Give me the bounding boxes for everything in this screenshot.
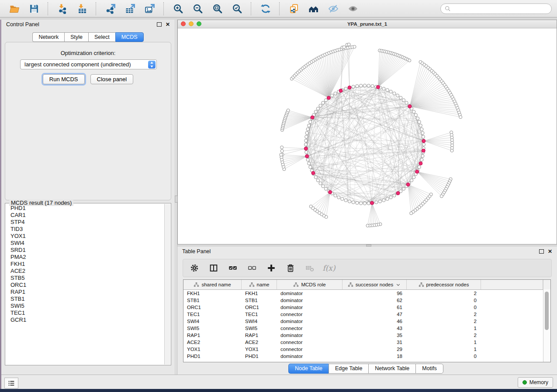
column-header-name[interactable]: name: [242, 280, 277, 289]
select-all-button[interactable]: [228, 263, 238, 273]
cell-successor-nodes: 35: [343, 333, 407, 338]
table-panel: Table Panel ✕ f(x) shared namenameMCDS r…: [177, 247, 557, 375]
table-row[interactable]: SWI5SWI5connector431: [183, 325, 550, 332]
table-scrollbar[interactable]: [543, 289, 550, 362]
window-maximize-button[interactable]: [197, 21, 201, 26]
import-table-icon: [77, 3, 87, 14]
tab-style[interactable]: Style: [64, 32, 88, 42]
import-network-button[interactable]: [56, 3, 68, 14]
import-table-button[interactable]: [76, 3, 88, 14]
hide-selected-button[interactable]: [327, 3, 339, 14]
task-history-button[interactable]: [4, 378, 18, 389]
mcds-result-item[interactable]: SRD1: [10, 247, 165, 254]
zoom-selected-button[interactable]: [231, 3, 243, 14]
float-table-panel-icon[interactable]: [539, 249, 544, 254]
network-canvas[interactable]: [178, 28, 557, 244]
table-row[interactable]: PHD1PHD1dominator180: [183, 353, 550, 360]
settings-gear-icon: [190, 263, 199, 273]
table-row[interactable]: ACE2ACE2connector311: [183, 339, 550, 346]
mcds-result-list[interactable]: PHD1CAR1STP4TID3YOX1SWI4SRD1PMA2FKH1ACE2…: [5, 205, 165, 364]
copy-network-button[interactable]: [288, 3, 300, 14]
tab-edge-table[interactable]: Edge Table: [329, 364, 368, 374]
export-table-button[interactable]: [124, 3, 136, 14]
memory-button[interactable]: Memory: [518, 377, 553, 388]
mcds-result-item[interactable]: SWI4: [10, 240, 165, 247]
export-network-button[interactable]: [104, 3, 116, 14]
run-mcds-button[interactable]: Run MCDS: [43, 74, 85, 84]
import-network-icon: [57, 3, 68, 14]
column-header-shared-name[interactable]: shared name: [183, 280, 242, 289]
mcds-result-item[interactable]: CAR1: [10, 212, 165, 219]
desktop-edge-bottom: [0, 389, 557, 392]
zoom-in-button[interactable]: [172, 3, 184, 14]
mcds-result-item[interactable]: FKH1: [10, 261, 165, 268]
search-input[interactable]: [451, 5, 551, 12]
table-row[interactable]: TEC1TEC1connector472: [183, 311, 550, 318]
column-header-predecessor-nodes[interactable]: predecessor nodes: [407, 280, 481, 289]
export-image-button[interactable]: [144, 3, 156, 14]
mcds-result-item[interactable]: PHD1: [10, 205, 165, 212]
table-row[interactable]: STB1STB1dominator620: [183, 297, 550, 304]
tab-mcds[interactable]: MCDS: [115, 32, 144, 42]
tab-network[interactable]: Network: [32, 32, 64, 42]
mcds-result-item[interactable]: PMA2: [10, 254, 165, 261]
mcds-result-item[interactable]: TEC1: [10, 309, 165, 316]
settings-gear-button[interactable]: [189, 263, 200, 273]
show-all-button[interactable]: [347, 3, 359, 14]
zoom-fit-icon: [212, 3, 223, 14]
float-panel-icon[interactable]: [157, 22, 162, 27]
table-row[interactable]: RAP1RAP1dominator352: [183, 332, 550, 339]
search-field[interactable]: [440, 3, 552, 14]
mcds-result-item[interactable]: ORC1: [10, 282, 165, 289]
cell-shared-name: ACE2: [183, 340, 242, 345]
refresh-layout-button[interactable]: [259, 3, 271, 14]
tab-select[interactable]: Select: [88, 32, 115, 42]
cell-mcds-role: dominator: [277, 291, 343, 296]
open-file-button[interactable]: [8, 3, 20, 14]
close-panel-icon[interactable]: ✕: [166, 22, 170, 27]
mcds-result-item[interactable]: ACE2: [10, 268, 165, 275]
tab-node-table[interactable]: Node Table: [288, 364, 329, 374]
column-header-successor-nodes[interactable]: successor nodes: [343, 280, 407, 289]
tab-motifs[interactable]: Motifs: [415, 364, 443, 374]
column-header-mcds-role[interactable]: MCDS role: [277, 280, 343, 289]
mcds-result-item[interactable]: SWI5: [10, 303, 165, 309]
column-layout-button[interactable]: [208, 263, 219, 273]
mcds-result-item[interactable]: STP4: [10, 219, 165, 226]
table-row[interactable]: YOX1YOX1connector291: [183, 346, 550, 353]
select-stepper-icon: [148, 61, 156, 69]
table-scrollbar-thumb[interactable]: [545, 292, 549, 330]
add-column-button[interactable]: [266, 263, 277, 273]
mcds-result-item[interactable]: TID3: [10, 226, 165, 233]
tab-network-table[interactable]: Network Table: [368, 364, 415, 374]
first-neighbors-button[interactable]: [308, 3, 319, 14]
save-session-button[interactable]: [28, 3, 40, 14]
window-close-button[interactable]: [181, 21, 186, 26]
table-row[interactable]: FKH1FKH1dominator962: [183, 290, 550, 297]
close-table-panel-icon[interactable]: ✕: [548, 249, 552, 254]
cell-predecessor-nodes: 1: [407, 340, 481, 345]
cell-mcds-role: dominator: [277, 298, 343, 303]
cell-name: STB1: [242, 298, 277, 303]
cell-mcds-role: dominator: [277, 333, 343, 338]
table-row[interactable]: SWI4SWI4dominator462: [183, 318, 550, 325]
mcds-result-item[interactable]: YOX1: [10, 233, 165, 240]
table-body: FKH1FKH1dominator962STB1STB1dominator620…: [183, 290, 550, 360]
cell-predecessor-nodes: 2: [407, 319, 481, 324]
delete-column-button[interactable]: [285, 263, 296, 273]
network-window-titlebar[interactable]: YPA_prune.txt_1: [178, 20, 557, 28]
mcds-result-item[interactable]: RAP1: [10, 289, 165, 296]
mcds-result-item[interactable]: STB5: [10, 275, 165, 282]
table-row[interactable]: ORC1ORC1dominator610: [183, 304, 550, 311]
cell-successor-nodes: 46: [343, 319, 407, 324]
cell-predecessor-nodes: 1: [407, 347, 481, 352]
result-list-scrollbar[interactable]: [164, 204, 170, 364]
deselect-all-button[interactable]: [247, 263, 257, 273]
zoom-out-button[interactable]: [192, 3, 204, 14]
close-panel-button[interactable]: Close panel: [90, 74, 134, 84]
optimization-criterion-select[interactable]: largest connected component (undirected): [20, 59, 157, 69]
mcds-result-item[interactable]: STB1: [10, 296, 165, 303]
zoom-fit-button[interactable]: [211, 3, 223, 14]
mcds-result-item[interactable]: GCR1: [10, 316, 165, 323]
window-minimize-button[interactable]: [189, 21, 194, 26]
